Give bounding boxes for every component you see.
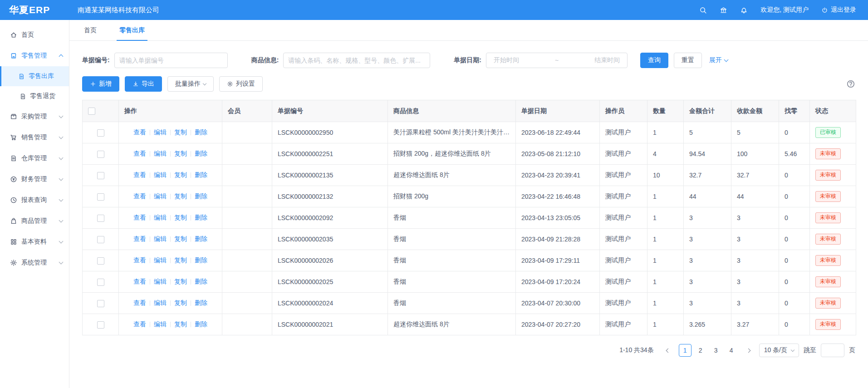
action-edit-link[interactable]: 编辑 xyxy=(154,128,167,136)
status-badge: 未审核 xyxy=(815,148,841,159)
sidebar-item-purchase[interactable]: 采购管理 xyxy=(0,106,69,127)
jump-page-input[interactable] xyxy=(821,344,844,357)
action-edit-link[interactable]: 编辑 xyxy=(154,150,167,157)
row-checkbox[interactable] xyxy=(97,129,104,137)
action-delete-link[interactable]: 删除 xyxy=(195,128,207,136)
batch-operations-button[interactable]: 批量操作 xyxy=(167,76,214,92)
select-all-checkbox[interactable] xyxy=(88,108,95,115)
action-copy-link[interactable]: 复制 xyxy=(174,320,187,328)
sidebar-item-warehouse[interactable]: 仓库管理 xyxy=(0,148,69,169)
tab-home[interactable]: 首页 xyxy=(83,26,98,40)
page-button-4[interactable]: 4 xyxy=(725,344,738,357)
sidebar-item-goods[interactable]: 商品管理 xyxy=(0,211,69,231)
bank-icon[interactable] xyxy=(720,6,727,14)
action-edit-link[interactable]: 编辑 xyxy=(154,278,167,285)
page-button-1[interactable]: 1 xyxy=(679,344,691,357)
page-button-2[interactable]: 2 xyxy=(694,344,707,357)
help-icon[interactable] xyxy=(846,79,855,88)
bell-icon[interactable] xyxy=(740,6,748,14)
action-copy-link[interactable]: 复制 xyxy=(174,235,187,242)
action-delete-link[interactable]: 删除 xyxy=(195,150,207,157)
row-checkbox[interactable] xyxy=(97,193,104,201)
sidebar-item-finance[interactable]: 财务管理 xyxy=(0,169,69,190)
date-range-input[interactable]: 开始时间 ~ 结束时间 xyxy=(486,53,628,68)
sidebar-item-retail[interactable]: 零售管理 xyxy=(0,45,69,66)
sidebar-item-retail-outbound[interactable]: 零售出库 xyxy=(0,66,69,86)
action-view-link[interactable]: 查看 xyxy=(133,214,146,221)
action-copy-link[interactable]: 复制 xyxy=(174,128,187,136)
search-button[interactable]: 查询 xyxy=(640,53,668,68)
action-view-link[interactable]: 查看 xyxy=(133,299,146,306)
action-view-link[interactable]: 查看 xyxy=(133,150,146,157)
action-delete-link[interactable]: 删除 xyxy=(195,171,207,178)
sidebar-item-retail-return[interactable]: 零售退货 xyxy=(0,86,69,106)
action-edit-link[interactable]: 编辑 xyxy=(154,299,167,306)
action-view-link[interactable]: 查看 xyxy=(133,128,146,136)
action-view-link[interactable]: 查看 xyxy=(133,320,146,328)
action-delete-link[interactable]: 删除 xyxy=(195,320,207,328)
action-delete-link[interactable]: 删除 xyxy=(195,214,207,221)
action-edit-link[interactable]: 编辑 xyxy=(154,256,167,264)
page-button-3[interactable]: 3 xyxy=(710,344,722,357)
action-edit-link[interactable]: 编辑 xyxy=(154,171,167,178)
action-copy-link[interactable]: 复制 xyxy=(174,278,187,285)
action-view-link[interactable]: 查看 xyxy=(133,235,146,242)
sidebar-item-report[interactable]: 报表查询 xyxy=(0,190,69,211)
power-icon xyxy=(821,7,828,14)
sidebar-item-home[interactable]: 首页 xyxy=(0,25,69,45)
action-delete-link[interactable]: 删除 xyxy=(195,192,207,200)
action-copy-link[interactable]: 复制 xyxy=(174,214,187,221)
bill-date-cell: 2023-05-08 21:12:10 xyxy=(516,143,600,165)
search-icon[interactable] xyxy=(699,6,707,14)
bill-no-input[interactable] xyxy=(114,53,228,68)
action-delete-link[interactable]: 删除 xyxy=(195,278,207,285)
goods-info-cell: 美汁源果粒橙 500ml 美汁美汁美汁美汁美... xyxy=(388,122,516,143)
action-view-link[interactable]: 查看 xyxy=(133,278,146,285)
action-copy-link[interactable]: 复制 xyxy=(174,150,187,157)
action-copy-link[interactable]: 复制 xyxy=(174,256,187,264)
logout-button[interactable]: 退出登录 xyxy=(821,6,856,14)
operator-cell: 测试用户 xyxy=(600,165,647,186)
action-edit-link[interactable]: 编辑 xyxy=(154,235,167,242)
sidebar-item-basic-data[interactable]: 基本资料 xyxy=(0,231,69,252)
expand-link[interactable]: 展开 xyxy=(709,56,728,64)
row-checkbox[interactable] xyxy=(97,172,104,179)
action-edit-link[interactable]: 编辑 xyxy=(154,320,167,328)
row-checkbox[interactable] xyxy=(97,279,104,286)
chevron-down-icon xyxy=(59,218,64,223)
page-size-select[interactable]: 10 条/页 xyxy=(759,344,799,357)
tab-retail-outbound[interactable]: 零售出库 xyxy=(118,26,146,40)
action-delete-link[interactable]: 删除 xyxy=(195,256,207,264)
action-delete-link[interactable]: 删除 xyxy=(195,235,207,242)
add-button[interactable]: 新增 xyxy=(82,76,119,92)
prev-page-button[interactable] xyxy=(662,345,673,356)
row-checkbox[interactable] xyxy=(97,257,104,265)
sidebar-item-label: 基本资料 xyxy=(21,238,47,246)
action-delete-link[interactable]: 删除 xyxy=(195,299,207,306)
action-view-link[interactable]: 查看 xyxy=(133,171,146,178)
row-checkbox[interactable] xyxy=(97,300,104,307)
action-copy-link[interactable]: 复制 xyxy=(174,299,187,306)
bill-date-cell: 2023-04-07 20:30:00 xyxy=(516,293,600,314)
reset-button[interactable]: 重置 xyxy=(674,53,702,68)
col-header-quantity: 数量 xyxy=(647,100,684,122)
column-settings-button[interactable]: 列设置 xyxy=(219,76,263,92)
sidebar-item-sale[interactable]: 销售管理 xyxy=(0,127,69,148)
row-checkbox[interactable] xyxy=(97,215,104,222)
export-button[interactable]: 导出 xyxy=(125,76,162,92)
operator-cell: 测试用户 xyxy=(600,186,647,207)
sidebar-item-system[interactable]: 系统管理 xyxy=(0,252,69,273)
row-checkbox[interactable] xyxy=(97,151,104,158)
goods-info-input[interactable] xyxy=(283,53,430,68)
row-checkbox[interactable] xyxy=(97,236,104,243)
action-edit-link[interactable]: 编辑 xyxy=(154,214,167,221)
action-view-link[interactable]: 查看 xyxy=(133,256,146,264)
app-logo[interactable]: 华夏ERP xyxy=(0,4,69,16)
next-page-button[interactable] xyxy=(744,345,755,356)
action-copy-link[interactable]: 复制 xyxy=(174,192,187,200)
action-edit-link[interactable]: 编辑 xyxy=(154,192,167,200)
member-cell xyxy=(222,229,272,250)
action-view-link[interactable]: 查看 xyxy=(133,192,146,200)
row-checkbox[interactable] xyxy=(97,321,104,329)
action-copy-link[interactable]: 复制 xyxy=(174,171,187,178)
